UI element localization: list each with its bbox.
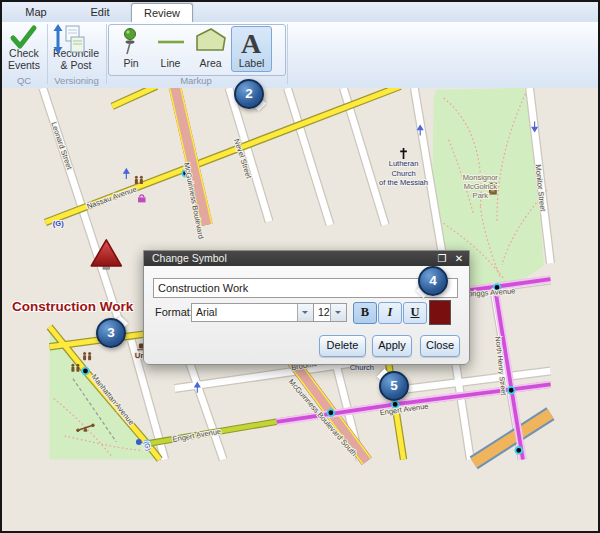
underline-button[interactable]: U [403, 302, 427, 324]
font-family-value: Arial [196, 306, 217, 318]
callout-5: 5 [379, 371, 409, 401]
dialog-title-bar[interactable]: Change Symbol ❐ ✕ [144, 251, 469, 266]
markup-area-button[interactable]: Area [191, 26, 230, 72]
check-events-label: Check Events [4, 48, 44, 71]
construction-work-label[interactable]: Construction Work [12, 299, 152, 314]
callout-number: 3 [96, 318, 126, 348]
group-divider [287, 24, 288, 84]
group-divider [106, 24, 107, 84]
map-label: Church [391, 169, 415, 178]
reconcile-post-button[interactable]: Reconcile & Post [49, 24, 103, 74]
ribbon-tab-bar: Map Edit Review [0, 0, 600, 22]
map-label: of the Messiah [379, 178, 428, 187]
callout-number: 2 [234, 79, 264, 109]
shop-basket-icon [138, 195, 146, 203]
tab-review[interactable]: Review [131, 3, 193, 23]
map-label: McGolrick [464, 182, 498, 191]
map-label: Lutheran [389, 159, 419, 168]
dropdown-arrow-icon[interactable] [330, 304, 346, 321]
markup-label-button[interactable]: Label [231, 26, 272, 72]
font-family-select[interactable]: Arial [191, 303, 314, 322]
close-button[interactable]: Close [420, 335, 460, 357]
people-icon [83, 352, 91, 360]
subway-station-icon [136, 439, 142, 445]
label-text-input[interactable] [153, 278, 458, 298]
font-size-select[interactable]: 12 [313, 303, 347, 322]
font-size-value: 12 [318, 306, 330, 318]
font-color-swatch[interactable] [429, 300, 451, 325]
group-label-versioning: Versioning [48, 75, 105, 87]
line-label: Line [161, 58, 181, 70]
delete-button[interactable]: Delete [319, 335, 366, 357]
tab-map[interactable]: Map [16, 3, 56, 22]
markup-line-button[interactable]: Line [151, 26, 190, 72]
label-label: Label [239, 58, 265, 70]
dropdown-arrow-icon[interactable] [297, 304, 313, 321]
map-label: (G) [53, 219, 64, 228]
reconcile-post-label: Reconcile & Post [50, 48, 102, 71]
callout-number: 5 [379, 371, 409, 401]
map-label: Park [473, 191, 489, 200]
dialog-title: Change Symbol [152, 252, 227, 264]
pin-label: Pin [123, 58, 138, 70]
callout-2: 2 [234, 79, 264, 109]
format-label: Format: [155, 306, 193, 318]
church-cross-icon [400, 148, 407, 159]
callout-number: 4 [418, 266, 448, 296]
italic-button[interactable]: I [378, 302, 402, 324]
application-window: Map Edit Review Check Events Reconcile &… [0, 0, 600, 533]
apply-button[interactable]: Apply [372, 335, 412, 357]
check-events-button[interactable]: Check Events [3, 24, 45, 74]
map-label: Monsignor [463, 173, 499, 182]
map-label: Leonard Street [49, 121, 74, 172]
group-label-qc: QC [2, 75, 46, 87]
area-label: Area [199, 58, 221, 70]
tab-edit[interactable]: Edit [82, 3, 118, 22]
map-label: Nassau Avenue [86, 185, 138, 211]
ribbon: Check Events Reconcile & Post Pin Line A… [0, 22, 600, 89]
markup-pin-button[interactable]: Pin [112, 26, 150, 72]
callout-4: 4 [418, 266, 448, 296]
close-icon[interactable]: ✕ [453, 251, 465, 266]
bold-button[interactable]: B [353, 302, 377, 324]
oneway-arrow-icon [124, 169, 129, 179]
maximize-icon[interactable]: ❐ [436, 251, 448, 266]
callout-3: 3 [96, 318, 126, 348]
